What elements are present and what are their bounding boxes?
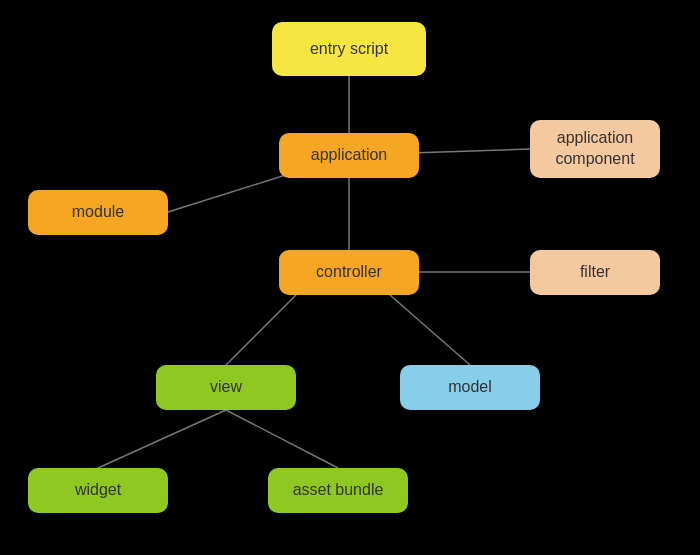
- view-node: view: [156, 365, 296, 410]
- widget-node: widget: [28, 468, 168, 513]
- entry-script-node: entry script: [272, 22, 426, 76]
- asset-bundle-node: asset bundle: [268, 468, 408, 513]
- controller-node: controller: [279, 250, 419, 295]
- svg-line-7: [98, 410, 226, 468]
- svg-line-8: [226, 410, 338, 468]
- app-component-node: application component: [530, 120, 660, 178]
- filter-node: filter: [530, 250, 660, 295]
- svg-line-6: [390, 295, 470, 365]
- model-node: model: [400, 365, 540, 410]
- module-node: module: [28, 190, 168, 235]
- application-node: application: [279, 133, 419, 178]
- svg-line-5: [226, 295, 296, 365]
